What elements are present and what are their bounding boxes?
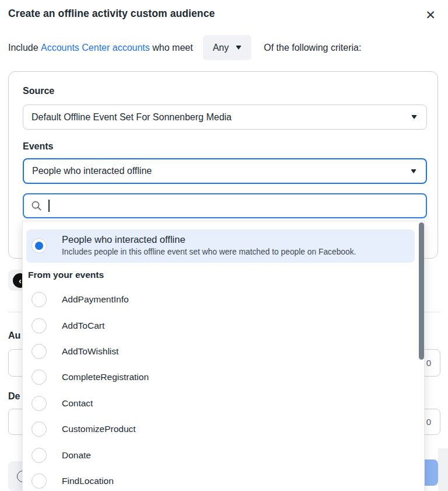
from-your-events-header: From your events <box>28 270 104 280</box>
chevron-down-icon <box>411 115 417 119</box>
chevron-down-icon <box>411 169 416 173</box>
audience-name-counter: 0 <box>426 358 431 368</box>
events-select[interactable]: People who interacted offline <box>23 158 427 184</box>
include-criteria-row: Include Accounts Center accounts who mee… <box>8 35 361 60</box>
event-option-label: Donate <box>62 450 91 461</box>
event-option-row-AddToWishlist[interactable]: AddToWishlist <box>23 339 424 364</box>
event-option-label: FindLocation <box>62 476 114 486</box>
event-option-label: CustomizeProduct <box>62 424 136 434</box>
radio-unselected-icon[interactable] <box>32 318 47 333</box>
event-option-label: Contact <box>62 398 93 409</box>
event-option-label: AddToCart <box>62 321 104 331</box>
include-prefix: Include <box>8 43 41 53</box>
radio-unselected-icon[interactable] <box>32 448 47 463</box>
event-option-row-AddToCart[interactable]: AddToCart <box>23 312 424 338</box>
search-icon <box>31 200 42 211</box>
event-option-row-AddPaymentInfo[interactable]: AddPaymentInfo <box>23 287 424 312</box>
events-search-input[interactable] <box>23 193 427 218</box>
dialog-title: Create an offline activity custom audien… <box>8 8 215 20</box>
any-dropdown[interactable]: Any <box>203 35 252 60</box>
accounts-center-link[interactable]: Accounts Center accounts <box>41 43 150 53</box>
events-dropdown-list: People who interacted offline Includes p… <box>22 221 425 491</box>
dropdown-scrollbar[interactable] <box>419 222 424 360</box>
text-cursor <box>48 200 50 212</box>
radio-unselected-icon[interactable] <box>32 344 47 359</box>
criteria-suffix: Of the following criteria: <box>264 43 361 53</box>
audience-name-label-partial: Au <box>8 330 20 341</box>
any-dropdown-value: Any <box>213 43 229 53</box>
chevron-down-icon <box>236 46 242 50</box>
source-label: Source <box>23 86 54 96</box>
description-label-partial: De <box>8 391 20 402</box>
event-option-row-CustomizeProduct[interactable]: CustomizeProduct <box>23 416 424 442</box>
option-people-who-interacted-offline[interactable]: People who interacted offline Includes p… <box>26 229 415 263</box>
radio-selected-icon[interactable] <box>32 238 47 253</box>
event-option-row-Contact[interactable]: Contact <box>23 391 424 416</box>
description-counter: 0 <box>426 417 431 427</box>
radio-unselected-icon[interactable] <box>32 422 47 437</box>
event-option-row-CompleteRegistration[interactable]: CompleteRegistration <box>23 364 424 390</box>
radio-unselected-icon[interactable] <box>32 370 47 385</box>
event-option-row-FindLocation[interactable]: FindLocation <box>23 468 424 491</box>
radio-unselected-icon[interactable] <box>32 396 47 411</box>
selected-option-label: People who interacted offline <box>62 234 186 245</box>
event-option-label: AddPaymentInfo <box>62 294 129 305</box>
who-meet-text: who meet <box>150 43 193 53</box>
event-option-label: CompleteRegistration <box>62 372 149 382</box>
close-icon[interactable]: ✕ <box>421 6 440 25</box>
footer-background <box>438 448 448 491</box>
source-select[interactable]: Default Offline Event Set For Sonnenberg… <box>23 105 427 130</box>
events-label: Events <box>23 141 53 152</box>
event-option-row-Donate[interactable]: Donate <box>23 442 424 468</box>
event-option-label: AddToWishlist <box>62 346 118 357</box>
radio-unselected-icon[interactable] <box>32 473 47 489</box>
radio-unselected-icon[interactable] <box>32 292 47 307</box>
event-options-list: AddPaymentInfo AddToCart AddToWishlist C… <box>23 287 424 491</box>
events-select-value: People who interacted offline <box>32 166 152 176</box>
selected-option-description: Includes people in this offline event se… <box>62 248 356 256</box>
source-select-value: Default Offline Event Set For Sonnenberg… <box>32 112 232 123</box>
